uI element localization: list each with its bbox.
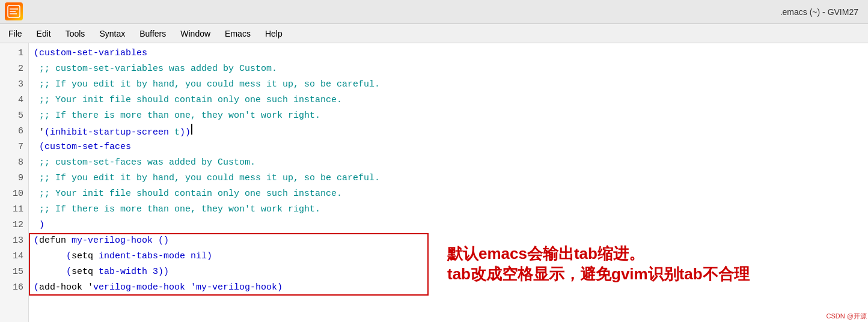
code-line-11: ;; If there is more than one, they won't… <box>34 202 868 217</box>
code-line-7: (custom-set-faces <box>34 139 868 155</box>
code-line-4: ;; Your init file should contain only on… <box>34 93 868 108</box>
annotation-line1: 默认emacs会输出tab缩进。 <box>447 244 644 264</box>
code-line-1: (custom-set-variables <box>34 46 868 61</box>
editor[interactable]: 12345678910111213141516 (custom-set-vari… <box>0 43 868 322</box>
menu-item-edit[interactable]: Edit <box>31 26 57 41</box>
line-numbers: 12345678910111213141516 <box>0 43 29 322</box>
code-line-9: ;; If you edit it by hand, you could mes… <box>34 171 868 186</box>
menu-item-buffers[interactable]: Buffers <box>133 26 172 41</box>
menu-bar: FileEditToolsSyntaxBuffersWindowEmacsHel… <box>0 24 868 43</box>
code-line-12: ) <box>34 217 868 233</box>
menu-item-help[interactable]: Help <box>259 26 289 41</box>
watermark: CSDN @开源 <box>827 312 867 321</box>
app-logo <box>5 2 23 20</box>
code-line-5: ;; If there is more than one, they won't… <box>34 108 868 124</box>
menu-item-syntax[interactable]: Syntax <box>93 26 131 41</box>
menu-item-tools[interactable]: Tools <box>60 26 91 41</box>
code-content[interactable]: (custom-set-variables ;; custom-set-vari… <box>29 43 868 322</box>
menu-item-file[interactable]: File <box>2 26 28 41</box>
code-line-2: ;; custom-set-variables was added by Cus… <box>34 61 868 77</box>
code-line-6: '(inhibit-startup-screen t)) <box>34 124 868 139</box>
menu-item-emacs[interactable]: Emacs <box>219 26 257 41</box>
code-line-8: ;; custom-set-faces was added by Custom. <box>34 155 868 171</box>
annotation: 默认emacs会输出tab缩进。 tab改成空格显示，避免gvim识别tab不合… <box>435 233 868 296</box>
annotation-line2: tab改成空格显示，避免gvim识别tab不合理 <box>447 264 750 285</box>
code-line-3: ;; If you edit it by hand, you could mes… <box>34 77 868 93</box>
title-bar: .emacs (~) - GVIM27 <box>0 0 868 24</box>
window-title: .emacs (~) - GVIM27 <box>780 7 858 17</box>
code-line-10: ;; Your init file should contain only on… <box>34 186 868 202</box>
menu-item-window[interactable]: Window <box>174 26 216 41</box>
